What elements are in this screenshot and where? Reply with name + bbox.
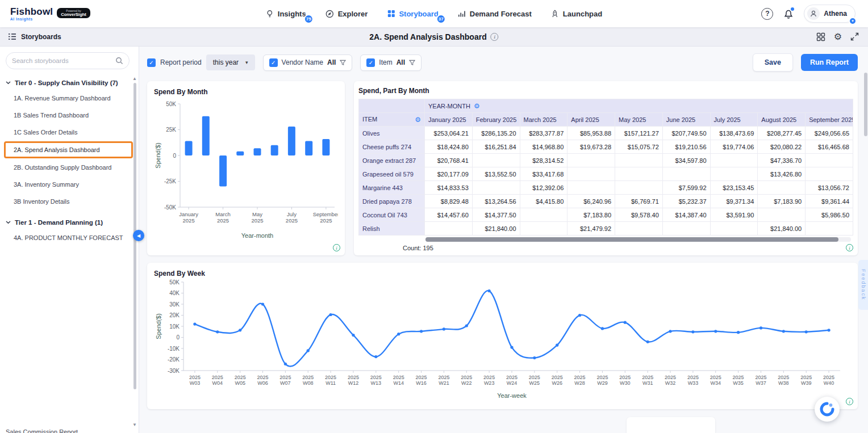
tree-group-header[interactable]: Tier 1 - Demand Planning (1) (0, 216, 139, 229)
value-cell: $21,840.00 (472, 222, 520, 236)
sidebar-collapse-button[interactable]: ◀ (133, 230, 144, 241)
sidebar-item[interactable]: 4A. PRODUCT MONTHLY FORECAST (0, 229, 139, 246)
card-info-icon[interactable]: i (846, 244, 853, 251)
nav-item-insights[interactable]: Insights75 (266, 10, 306, 18)
sidebar-item[interactable]: 3B Inventory Details (0, 193, 139, 210)
vendor-filter[interactable]: ✓ Vendor Name All (263, 54, 353, 71)
svg-text:2025: 2025 (665, 375, 676, 380)
report-period-label: Report period (160, 58, 202, 66)
expand-icon[interactable] (850, 32, 859, 41)
svg-text:W39: W39 (801, 380, 812, 386)
spend-table-viewport: YEAR-MONTH⚙ITEM⚙January 2025February 202… (358, 99, 853, 236)
nav-item-explorer[interactable]: Explorer (326, 10, 368, 18)
svg-text:2025: 2025 (461, 375, 472, 380)
conversight-chat-bubble[interactable] (815, 397, 840, 422)
svg-text:2025: 2025 (574, 375, 586, 380)
year-month-header[interactable]: YEAR-MONTH⚙ (425, 99, 853, 113)
svg-text:September: September (313, 211, 338, 217)
spend-part-by-month-card: Spend, Part By Month YEAR-MONTH⚙ITEM⚙Jan… (354, 81, 858, 255)
help-icon[interactable]: ? (761, 8, 773, 20)
svg-text:2025: 2025 (325, 375, 336, 380)
spend-by-week-line-chart[interactable]: 50K40K30K20K10K0-10K-20K-30K2025W032025W… (154, 278, 849, 401)
subheader-actions: ⚙ (816, 32, 859, 41)
month-column-header[interactable]: July 2025 (710, 113, 758, 127)
svg-text:0: 0 (173, 153, 176, 159)
card-info-icon[interactable]: i (333, 244, 340, 251)
user-menu[interactable]: Athena ▾ (804, 5, 856, 23)
run-report-button[interactable]: Run Report (801, 54, 858, 71)
table-row: Grapeseed oil 579$20,177.09$13,552.50$33… (359, 167, 853, 181)
month-column-header[interactable]: September 2025 (806, 113, 853, 127)
month-column-header[interactable]: June 2025 (662, 113, 710, 127)
vendor-checkbox[interactable]: ✓ (269, 58, 278, 67)
nav-item-demand-forecast[interactable]: Demand Forecast (458, 10, 532, 18)
svg-text:Spend($): Spend($) (155, 313, 162, 339)
value-cell (472, 154, 520, 167)
page-scrollbar[interactable] (864, 73, 867, 136)
nav-item-badge: 37 (436, 14, 446, 24)
svg-text:W16: W16 (416, 380, 427, 386)
tree-group-header[interactable]: Tier 0 - Supply Chain Visibility (7) (0, 76, 139, 90)
value-cell (806, 167, 853, 181)
svg-text:2025: 2025 (286, 217, 298, 224)
spend-by-month-bar-chart[interactable]: 50K25K0-25K-50KJanuary2025March2025May20… (154, 96, 338, 242)
notifications-bell-icon[interactable] (783, 9, 794, 19)
value-cell (615, 154, 663, 167)
month-column-header[interactable]: January 2025 (425, 113, 473, 127)
brand-logo[interactable]: Fishbowl AI Insights Powered by ConverSi… (10, 7, 90, 21)
item-filter[interactable]: ✓ Item All (360, 54, 422, 71)
svg-text:2025: 2025 (393, 375, 404, 380)
column-gear-icon[interactable]: ⚙ (474, 102, 480, 110)
nav-item-storyboard[interactable]: Storyboard37 (387, 10, 438, 18)
sidebar-item[interactable]: 2B. Outstanding Supply Dashboard (0, 159, 139, 176)
save-button[interactable]: Save (753, 53, 793, 72)
month-column-header[interactable]: May 2025 (615, 113, 663, 127)
sidebar-item[interactable]: 1A. Revenue Summary Dashboard (0, 90, 139, 107)
value-cell: $21,479.92 (567, 222, 615, 236)
value-cell: $14,457.60 (425, 208, 473, 222)
search-input[interactable] (12, 57, 112, 64)
item-column-header[interactable]: ITEM⚙ (359, 113, 425, 127)
svg-text:2025: 2025 (506, 375, 518, 380)
sidebar-scroll-down-icon[interactable]: ▼ (132, 422, 137, 427)
sidebar-item[interactable]: 3A. Inventory Summary (0, 176, 139, 193)
value-cell: $14,387.40 (662, 208, 710, 222)
column-gear-icon[interactable]: ⚙ (415, 116, 421, 124)
value-cell: $19,210.56 (662, 140, 710, 154)
value-cell (615, 181, 663, 195)
value-cell (662, 222, 710, 236)
table-horizontal-scrollbar[interactable] (425, 237, 838, 242)
svg-text:2025: 2025 (320, 217, 332, 224)
sidebar-item[interactable]: 1C Sales Order Details (0, 124, 139, 141)
card-info-icon[interactable]: i (846, 398, 853, 405)
value-cell: $5,986.50 (806, 208, 853, 222)
svg-text:2025: 2025 (823, 375, 834, 380)
item-checkbox[interactable]: ✓ (366, 58, 375, 67)
storyboards-breadcrumb[interactable]: Storyboards (8, 33, 61, 41)
item-cell: Dried papaya 278 (359, 195, 425, 208)
settings-gear-icon[interactable]: ⚙ (834, 32, 842, 41)
layout-grid-icon[interactable] (816, 32, 825, 41)
svg-text:2025: 2025 (235, 375, 246, 380)
title-info-icon[interactable]: i (491, 33, 499, 41)
month-column-header[interactable]: April 2025 (567, 113, 615, 127)
svg-text:W06: W06 (257, 380, 268, 386)
svg-text:2025: 2025 (642, 375, 653, 380)
sidebar-item-partial[interactable]: Sales Commission Report (6, 428, 78, 433)
month-column-header[interactable]: February 2025 (472, 113, 520, 127)
sidebar-item[interactable]: 1B Sales Trend Dashboard (0, 107, 139, 124)
month-column-header[interactable]: August 2025 (758, 113, 806, 127)
svg-text:W35: W35 (733, 380, 744, 386)
report-period-checkbox[interactable]: ✓ (147, 58, 156, 67)
storyboard-search[interactable] (6, 52, 130, 69)
month-column-header[interactable]: March 2025 (520, 113, 567, 127)
nav-item-launchpad[interactable]: Launchpad (551, 10, 602, 18)
sidebar-item-selected[interactable]: 2A. Spend Analysis Dashboard (4, 141, 133, 158)
report-period-select[interactable]: this year ▾ (206, 54, 255, 70)
sidebar-scroll-up-icon[interactable]: ▲ (132, 76, 137, 81)
value-cell: $9,371.34 (710, 195, 758, 208)
table-horizontal-scrollbar-track (425, 237, 851, 242)
feedback-tab[interactable]: Feedback (858, 260, 868, 310)
value-cell (567, 154, 615, 167)
svg-text:30K: 30K (169, 301, 180, 308)
